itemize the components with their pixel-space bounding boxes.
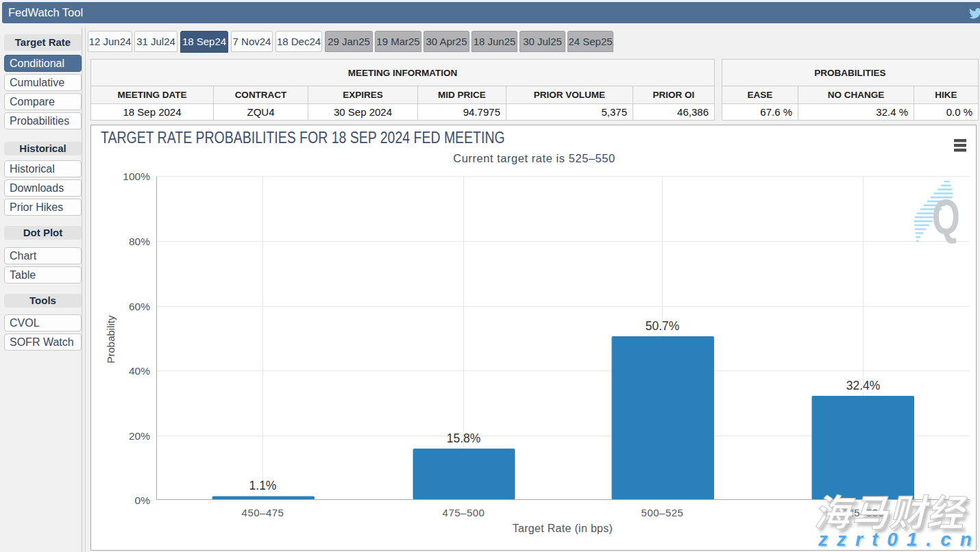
svg-text:Q: Q <box>932 189 960 244</box>
